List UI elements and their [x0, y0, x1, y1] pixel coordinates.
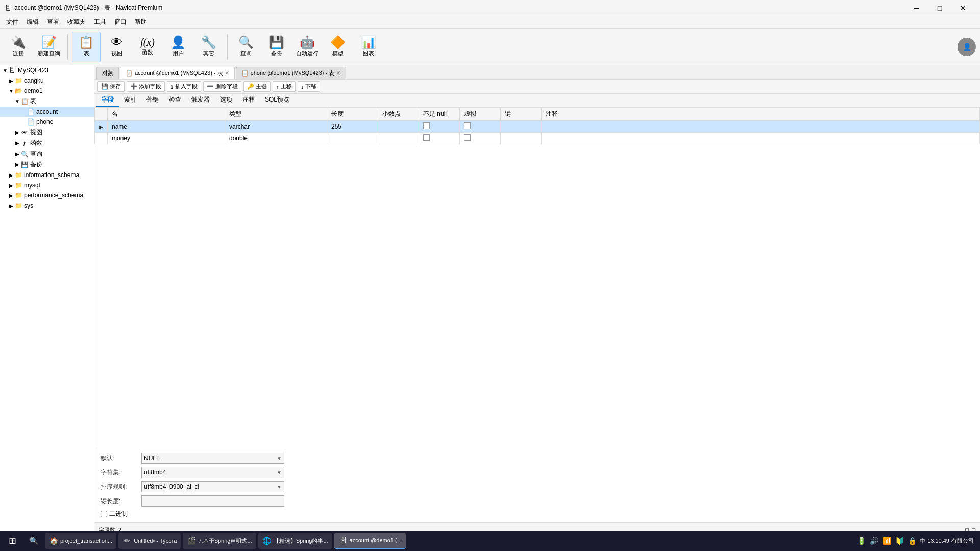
sidebar-item-functions[interactable]: ▶ ƒ 函数 [0, 138, 94, 148]
toolbar-model[interactable]: 🔶 模型 [324, 32, 352, 62]
virtual-checkbox-1[interactable] [464, 122, 471, 129]
tab-triggers[interactable]: 触发器 [186, 93, 215, 107]
not-null-checkbox-2[interactable] [423, 134, 430, 141]
move-up-button[interactable]: ↑ 上移 [273, 81, 296, 92]
cell-not-null-2[interactable] [419, 133, 460, 144]
sidebar-item-account[interactable]: 📄 account [0, 107, 94, 117]
menu-view[interactable]: 查看 [43, 17, 63, 28]
sidebar-item-queries[interactable]: ▶ 🔍 查询 [0, 148, 94, 159]
avatar: 👤 [958, 38, 976, 56]
menu-file[interactable]: 文件 [2, 17, 22, 28]
taskbar-app-project[interactable]: 🏠 project_transaction... [45, 533, 116, 549]
menu-edit[interactable]: 编辑 [22, 17, 43, 28]
toolbar-backup[interactable]: 💾 备份 [262, 32, 291, 62]
tab-indexes[interactable]: 索引 [119, 93, 141, 107]
taskbar-app-spring[interactable]: 🎬 7.基于Spring声明式... [183, 533, 256, 549]
phone-tab-close[interactable]: ✕ [336, 70, 340, 76]
phone-tab[interactable]: 📋 phone @demo1 (MySQL423) - 表 ✕ [236, 67, 347, 79]
taskbar-app-browser[interactable]: 🌐 【精选】Spring的事... [258, 533, 332, 549]
default-input[interactable]: ▼ [141, 453, 284, 464]
collation-input[interactable]: ▼ [141, 481, 284, 492]
default-value-input[interactable] [142, 455, 275, 462]
cell-length-1[interactable]: 255 [327, 121, 378, 133]
save-icon: 💾 [101, 83, 108, 90]
collation-dropdown-arrow[interactable]: ▼ [275, 484, 284, 490]
charset-input[interactable]: ▼ [141, 467, 284, 478]
menu-tools[interactable]: 工具 [90, 17, 110, 28]
menu-help[interactable]: 帮助 [131, 17, 151, 28]
sidebar-item-demo1[interactable]: ▼ 📂 demo1 [0, 86, 94, 96]
cell-name-2[interactable]: money [108, 133, 225, 144]
key-length-input[interactable] [141, 495, 284, 507]
maximize-button[interactable]: □ [928, 0, 951, 16]
toolbar-sep2 [227, 34, 228, 60]
cell-not-null-1[interactable] [419, 121, 460, 133]
charset-dropdown-arrow[interactable]: ▼ [275, 470, 284, 475]
toolbar-function[interactable]: f(x) 函数 [133, 32, 162, 62]
account-tab-close[interactable]: ✕ [225, 70, 229, 76]
key-length-value-input[interactable] [142, 497, 284, 505]
sidebar-item-sys[interactable]: ▶ 📁 sys [0, 201, 94, 211]
minimize-button[interactable]: ─ [904, 0, 928, 16]
collation-value-input[interactable] [142, 483, 275, 490]
sidebar-item-perf-schema[interactable]: ▶ 📁 performance_schema [0, 190, 94, 201]
taskbar-app-navicat[interactable]: 🗄 account @demo1 (... [334, 533, 406, 549]
cell-name-1[interactable]: name [108, 121, 225, 133]
toolbar-model-label: 模型 [332, 49, 344, 57]
primary-key-button[interactable]: 🔑 主键 [243, 81, 271, 92]
toolbar-other[interactable]: 🔧 其它 [194, 32, 223, 62]
virtual-checkbox-2[interactable] [464, 134, 471, 141]
expand-arrow-mysql: ▶ [8, 183, 14, 188]
table-row[interactable]: ▶ name varchar 255 [95, 121, 980, 133]
sidebar-item-views[interactable]: ▶ 👁 视图 [0, 127, 94, 138]
account-tab[interactable]: 📋 account @demo1 (MySQL423) - 表 ✕ [120, 67, 235, 79]
binary-checkbox[interactable] [101, 511, 107, 517]
charset-value-input[interactable] [142, 469, 275, 476]
th-comment: 注释 [542, 108, 980, 121]
object-tab[interactable]: 对象 [96, 67, 119, 79]
sidebar-item-backups[interactable]: ▶ 💾 备份 [0, 159, 94, 170]
add-field-button[interactable]: ➕ 添加字段 [127, 81, 165, 92]
tab-fields[interactable]: 字段 [96, 93, 119, 107]
sidebar-item-info-schema[interactable]: ▶ 📁 information_schema [0, 170, 94, 180]
toolbar-new-query[interactable]: 📝 新建查询 [35, 32, 63, 62]
cell-type-1[interactable]: varchar [225, 121, 327, 133]
sidebar-item-mysql423[interactable]: ▼ 🗄 MySQL423 [0, 65, 94, 76]
start-button[interactable]: ⊞ [2, 531, 22, 551]
default-dropdown-arrow[interactable]: ▼ [275, 456, 284, 461]
tab-foreign-keys[interactable]: 外键 [141, 93, 164, 107]
th-decimal: 小数点 [378, 108, 419, 121]
table-row[interactable]: money double [95, 133, 980, 144]
toolbar-chart[interactable]: 📊 图表 [354, 32, 383, 62]
tab-options[interactable]: 选项 [215, 93, 237, 107]
close-button[interactable]: ✕ [951, 0, 975, 16]
not-null-checkbox-1[interactable] [423, 122, 430, 129]
toolbar-view[interactable]: 👁 视图 [103, 32, 131, 62]
cell-virtual-2[interactable] [460, 133, 501, 144]
cell-type-2[interactable]: double [225, 133, 327, 144]
toolbar-user[interactable]: 👤 用户 [164, 32, 192, 62]
menu-favorites[interactable]: 收藏夹 [63, 17, 90, 28]
delete-field-button[interactable]: ➖ 删除字段 [203, 81, 241, 92]
move-down-button[interactable]: ↓ 下移 [298, 81, 321, 92]
menu-window[interactable]: 窗口 [110, 17, 131, 28]
toolbar-table[interactable]: 📋 表 [72, 32, 101, 62]
cell-key-2 [501, 133, 542, 144]
sidebar-item-phone[interactable]: 📄 phone [0, 117, 94, 127]
tab-checks[interactable]: 检查 [164, 93, 186, 107]
toolbar-query[interactable]: 🔍 查询 [232, 32, 260, 62]
tab-comment[interactable]: 注释 [237, 93, 260, 107]
save-button[interactable]: 💾 保存 [97, 81, 125, 92]
toolbar-connect[interactable]: 🔌 连接 [4, 32, 33, 62]
insert-field-button[interactable]: ⤵ 插入字段 [167, 81, 201, 92]
cell-virtual-1[interactable] [460, 121, 501, 133]
sidebar-item-mysql[interactable]: ▶ 📁 mysql [0, 180, 94, 190]
search-button[interactable]: 🔍 [22, 531, 45, 551]
taskbar-app-typora[interactable]: ✏ Untitled• - Typora [118, 533, 181, 549]
toolbar-auto-run[interactable]: 🤖 自动运行 [293, 32, 322, 62]
tab-sql-preview[interactable]: SQL预览 [260, 93, 295, 107]
app-label-browser: 【精选】Spring的事... [274, 537, 328, 545]
sidebar-item-tables[interactable]: ▼ 📋 表 [0, 96, 94, 107]
sidebar-item-cangku[interactable]: ▶ 📁 cangku [0, 76, 94, 86]
app-icon-typora: ✏ [122, 536, 132, 545]
